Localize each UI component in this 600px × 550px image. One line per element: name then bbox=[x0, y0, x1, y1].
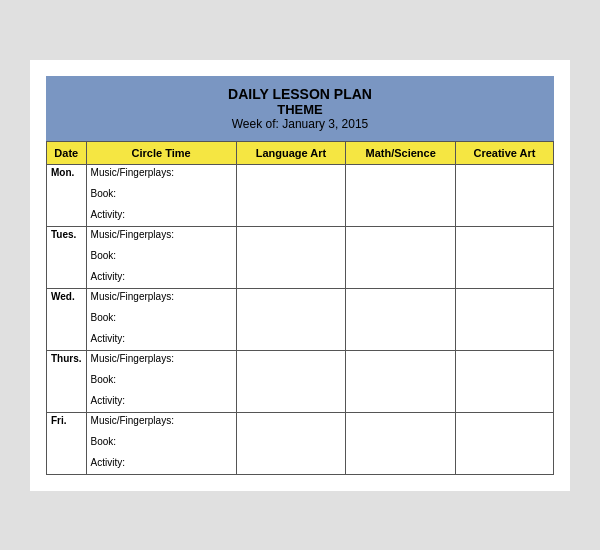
sub-label: Book: bbox=[91, 188, 232, 199]
empty-cell bbox=[346, 412, 456, 474]
empty-cell bbox=[346, 164, 456, 226]
table-row: Mon.Music/Fingerplays:Book:Activity: bbox=[47, 164, 554, 226]
table-row: Fri.Music/Fingerplays:Book:Activity: bbox=[47, 412, 554, 474]
sub-label: Music/Fingerplays: bbox=[91, 167, 232, 178]
sub-label: Book: bbox=[91, 374, 232, 385]
col-language-art: Language Art bbox=[236, 141, 346, 164]
empty-cell bbox=[236, 226, 346, 288]
day-cell: Fri. bbox=[47, 412, 87, 474]
circle-time-cell: Music/Fingerplays:Book:Activity: bbox=[86, 412, 236, 474]
empty-cell bbox=[455, 226, 553, 288]
page-container: DAILY LESSON PLAN THEME Week of: January… bbox=[30, 60, 570, 491]
sub-label: Activity: bbox=[91, 333, 232, 344]
day-cell: Tues. bbox=[47, 226, 87, 288]
day-cell: Thurs. bbox=[47, 350, 87, 412]
col-math-science: Math/Science bbox=[346, 141, 456, 164]
circle-time-cell: Music/Fingerplays:Book:Activity: bbox=[86, 226, 236, 288]
sub-label: Music/Fingerplays: bbox=[91, 229, 232, 240]
circle-time-cell: Music/Fingerplays:Book:Activity: bbox=[86, 288, 236, 350]
empty-cell bbox=[236, 288, 346, 350]
col-circle-time: Circle Time bbox=[86, 141, 236, 164]
lesson-plan-table: Date Circle Time Language Art Math/Scien… bbox=[46, 141, 554, 475]
header: DAILY LESSON PLAN THEME Week of: January… bbox=[46, 76, 554, 141]
day-cell: Wed. bbox=[47, 288, 87, 350]
circle-time-cell: Music/Fingerplays:Book:Activity: bbox=[86, 350, 236, 412]
col-date: Date bbox=[47, 141, 87, 164]
empty-cell bbox=[236, 350, 346, 412]
empty-cell bbox=[346, 226, 456, 288]
sub-label: Activity: bbox=[91, 395, 232, 406]
table-row: Wed.Music/Fingerplays:Book:Activity: bbox=[47, 288, 554, 350]
empty-cell bbox=[455, 288, 553, 350]
table-row: Tues.Music/Fingerplays:Book:Activity: bbox=[47, 226, 554, 288]
sub-label: Book: bbox=[91, 312, 232, 323]
sub-label: Music/Fingerplays: bbox=[91, 415, 232, 426]
empty-cell bbox=[346, 288, 456, 350]
sub-label: Book: bbox=[91, 250, 232, 261]
empty-cell bbox=[455, 164, 553, 226]
empty-cell bbox=[346, 350, 456, 412]
header-title: DAILY LESSON PLAN bbox=[54, 86, 546, 102]
empty-cell bbox=[236, 164, 346, 226]
sub-label: Activity: bbox=[91, 457, 232, 468]
empty-cell bbox=[455, 412, 553, 474]
header-date: Week of: January 3, 2015 bbox=[54, 117, 546, 131]
table-row: Thurs.Music/Fingerplays:Book:Activity: bbox=[47, 350, 554, 412]
sub-label: Activity: bbox=[91, 271, 232, 282]
header-subtitle: THEME bbox=[54, 102, 546, 117]
empty-cell bbox=[455, 350, 553, 412]
sub-label: Activity: bbox=[91, 209, 232, 220]
sub-label: Music/Fingerplays: bbox=[91, 353, 232, 364]
table-header-row: Date Circle Time Language Art Math/Scien… bbox=[47, 141, 554, 164]
col-creative-art: Creative Art bbox=[455, 141, 553, 164]
sub-label: Music/Fingerplays: bbox=[91, 291, 232, 302]
sub-label: Book: bbox=[91, 436, 232, 447]
circle-time-cell: Music/Fingerplays:Book:Activity: bbox=[86, 164, 236, 226]
empty-cell bbox=[236, 412, 346, 474]
day-cell: Mon. bbox=[47, 164, 87, 226]
